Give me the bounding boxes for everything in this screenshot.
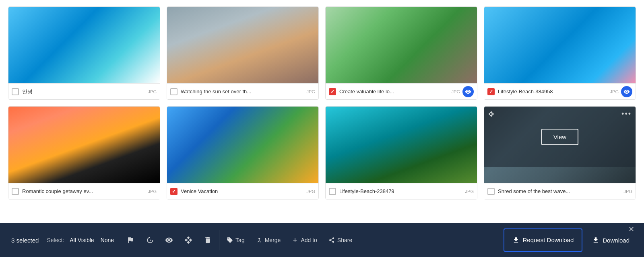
divider-1 [119,230,119,250]
card-image-card-5[interactable] [8,107,160,183]
card-footer-card-8: Shred some of the best wave...JPG [484,183,636,199]
card-eye-btn-card-3[interactable] [462,86,474,97]
card-image-card-4[interactable] [484,7,636,83]
request-download-label: Request Download [523,236,574,243]
card-eye-btn-card-4[interactable] [621,86,632,97]
view-button[interactable]: View [541,129,578,145]
divider-2 [219,230,219,250]
card-format-card-3: JPG [452,89,460,94]
card-footer-card-2: Watching the sun set over th...JPG [167,83,318,99]
selected-count: 3 selected [6,237,43,244]
add-to-button[interactable]: Add to [286,223,322,257]
merge-button[interactable]: Merge [250,223,287,257]
card-footer-card-1: 안녕JPG [8,83,160,99]
eye-icon-button[interactable] [159,223,179,257]
card-format-card-6: JPG [307,189,315,194]
card-checkbox-card-3[interactable] [329,88,336,95]
gallery-area: 안녕JPGWatching the sun set over th...JPGC… [0,0,644,223]
card-checkbox-card-8[interactable] [487,188,495,195]
card-card-6: Venice VacationJPG [167,106,319,199]
card-format-card-7: JPG [465,189,474,194]
card-card-5: Romantic couple getaway ev...JPG [8,106,160,199]
card-title-card-8: Shred some of the best wave... [498,188,621,194]
merge-label: Merge [265,237,281,243]
selection-info: 3 selected Select: All Visible None [6,223,117,257]
card-footer-card-3: Create valuable life lo...JPG [326,83,477,99]
move-icon-button[interactable] [179,223,198,257]
image-grid: 안녕JPGWatching the sun set over th...JPGC… [8,6,636,199]
tag-button[interactable]: Tag [221,223,250,257]
card-image-card-3[interactable] [326,7,477,83]
select-label: Select: [47,237,64,243]
download-label: Download [603,237,630,244]
card-checkbox-card-1[interactable] [12,88,19,95]
card-image-card-1[interactable] [8,7,160,83]
card-image-card-6[interactable] [167,107,318,183]
share-button[interactable]: Share [323,223,358,257]
card-card-1: 안녕JPG [8,6,160,100]
toolbar-right-section: Request Download Download ✕ [502,223,638,257]
card-format-card-1: JPG [148,89,157,94]
add-to-label: Add to [301,237,317,243]
close-button[interactable]: ✕ [625,223,638,235]
card-footer-card-7: Lifestyle-Beach-238479JPG [326,183,477,199]
card-footer-card-4: Lifestyle-Beach-384958JPG [484,83,636,99]
card-card-4: Lifestyle-Beach-384958JPG [484,6,636,100]
card-title-card-6: Venice Vacation [181,188,304,194]
view-overlay: ✥•••View [484,107,636,167]
card-footer-card-6: Venice VacationJPG [167,183,318,199]
overlay-more-icon[interactable]: ••• [621,110,632,118]
select-none-button[interactable]: None [97,235,117,245]
delete-icon-button[interactable] [198,223,217,257]
card-card-7: Lifestyle-Beach-238479JPG [325,106,477,199]
card-checkbox-card-2[interactable] [170,88,178,95]
card-card-2: Watching the sun set over th...JPG [167,6,319,100]
clock-icon-button[interactable] [140,223,159,257]
card-card-3: Create valuable life lo...JPG [325,6,477,100]
card-title-card-1: 안녕 [22,88,146,95]
card-title-card-3: Create valuable life lo... [339,88,449,95]
card-format-card-5: JPG [148,189,157,194]
card-format-card-2: JPG [307,89,315,94]
card-checkbox-card-6[interactable] [170,188,178,195]
card-format-card-8: JPG [624,189,632,194]
overlay-move-icon[interactable]: ✥ [488,110,494,119]
card-image-card-2[interactable] [167,7,318,83]
request-download-button[interactable]: Request Download [504,228,583,252]
tag-label: Tag [235,237,245,243]
card-checkbox-card-4[interactable] [487,88,495,95]
card-checkbox-card-7[interactable] [329,188,336,195]
share-label: Share [337,237,352,243]
card-title-card-2: Watching the sun set over th... [181,88,304,95]
flag-icon-button[interactable] [121,223,140,257]
card-checkbox-card-5[interactable] [12,188,19,195]
card-image-card-7[interactable] [326,107,477,183]
card-footer-card-5: Romantic couple getaway ev...JPG [8,183,160,199]
card-card-8: ✥•••ViewShred some of the best wave...JP… [484,106,636,199]
bottom-toolbar: 3 selected Select: All Visible None [0,223,644,257]
card-title-card-7: Lifestyle-Beach-238479 [339,188,463,194]
card-image-card-8[interactable]: ✥•••View [484,107,636,183]
card-title-card-4: Lifestyle-Beach-384958 [498,88,608,95]
card-title-card-5: Romantic couple getaway ev... [22,188,146,194]
select-all-visible-button[interactable]: All Visible [66,235,97,245]
card-format-card-4: JPG [610,89,619,94]
